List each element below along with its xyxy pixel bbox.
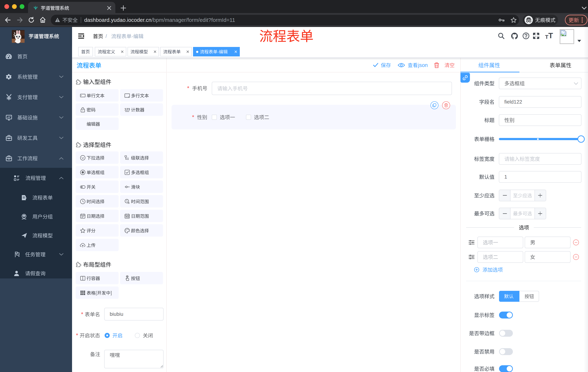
svg-text:123: 123 <box>125 107 130 111</box>
